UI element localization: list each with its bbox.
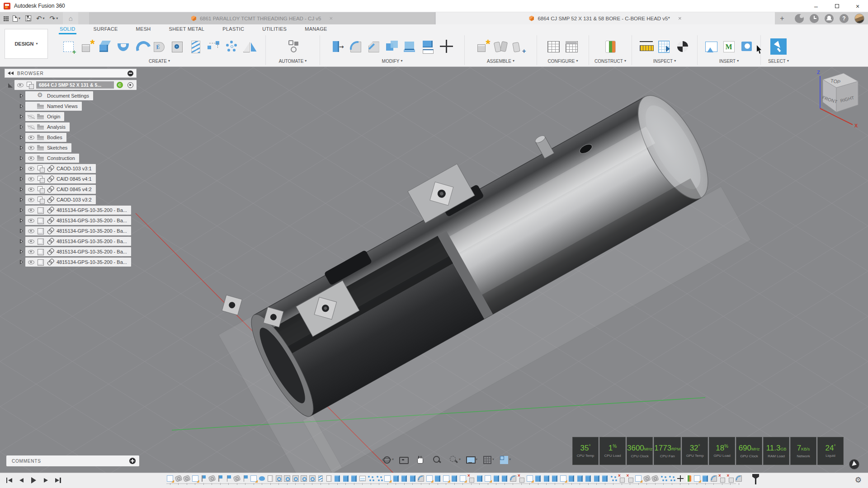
expand-arrow-icon[interactable]: [19, 145, 25, 150]
timeline-feature[interactable]: [576, 475, 584, 485]
timeline-feature[interactable]: [283, 475, 291, 485]
ribbon-tab[interactable]: SURFACE: [94, 26, 118, 33]
timeline-feature[interactable]: [467, 475, 475, 485]
timeline-feature[interactable]: [710, 475, 717, 485]
ribbon-tool-button[interactable]: [187, 36, 205, 57]
minimize-panel-icon[interactable]: [127, 70, 133, 76]
timeline-feature[interactable]: [417, 475, 425, 485]
timeline-feature[interactable]: [727, 475, 734, 485]
timeline-feature[interactable]: [484, 475, 491, 485]
timeline-feature[interactable]: [175, 475, 182, 485]
timeline-feature[interactable]: [300, 475, 307, 485]
timeline-feature[interactable]: [317, 475, 324, 485]
visibility-eye-icon[interactable]: [28, 188, 34, 192]
timeline-feature[interactable]: [376, 475, 383, 485]
chevron-down-icon[interactable]: ▾: [513, 59, 514, 63]
timeline-feature[interactable]: [192, 475, 199, 485]
timeline-feature[interactable]: [359, 475, 366, 485]
timeline-feature[interactable]: [350, 475, 358, 485]
visibility-eye-icon[interactable]: [28, 177, 34, 181]
tree-item-label[interactable]: 4815134-GPS-10-35-200 - Ba...: [57, 228, 127, 234]
maximize-button[interactable]: [826, 0, 847, 12]
timeline-feature[interactable]: [526, 475, 533, 485]
visibility-eye-icon[interactable]: [28, 136, 34, 140]
ribbon-tool-button[interactable]: [637, 36, 656, 57]
collapse-panel-icon[interactable]: [8, 71, 14, 75]
expand-arrow-icon[interactable]: [19, 207, 25, 213]
ribbon-tool-button[interactable]: [347, 36, 365, 57]
expand-arrow-icon[interactable]: [19, 114, 25, 119]
timeline-feature[interactable]: [518, 475, 525, 485]
close-tab-icon[interactable]: ×: [330, 15, 333, 22]
timeline-feature[interactable]: [342, 475, 349, 485]
ribbon-tool-button[interactable]: [674, 36, 692, 57]
timeline-feature[interactable]: [593, 475, 600, 485]
timeline-feature[interactable]: [309, 475, 316, 485]
ribbon-tool-button[interactable]: [769, 36, 788, 57]
timeline-feature[interactable]: [643, 475, 651, 485]
timeline-feature[interactable]: [292, 475, 299, 485]
ribbon-tool-button[interactable]: [96, 36, 114, 57]
tree-item-label[interactable]: Construction: [47, 155, 75, 161]
go-to-end-button[interactable]: [53, 476, 62, 485]
tree-row[interactable]: Analysis: [5, 122, 137, 131]
ribbon-tool-button[interactable]: [545, 36, 563, 57]
timeline-feature[interactable]: [434, 475, 441, 485]
timeline-feature[interactable]: [493, 475, 500, 485]
close-tab-icon[interactable]: ×: [678, 15, 682, 22]
timeline-feature[interactable]: [334, 475, 341, 485]
timeline-feature[interactable]: [459, 475, 467, 485]
ribbon-tool-button[interactable]: [205, 36, 223, 57]
tree-item-label[interactable]: 6864 CJ SMP 52 X 131 & 5...: [36, 81, 114, 89]
timeline-feature[interactable]: [443, 475, 450, 485]
expand-arrow-icon[interactable]: [19, 249, 25, 254]
ribbon-tab[interactable]: PLASTIC: [222, 26, 244, 33]
timeline-feature[interactable]: [476, 475, 483, 485]
tree-row[interactable]: 6864 CJ SMP 52 X 131 & 5... C: [5, 80, 137, 90]
tree-item-label[interactable]: CAID 0845 v4:2: [57, 187, 92, 192]
comments-panel[interactable]: COMMENTS: [6, 455, 139, 466]
visibility-eye-icon[interactable]: [17, 83, 24, 87]
save-button[interactable]: [25, 15, 31, 21]
ribbon-tool-button[interactable]: [329, 36, 347, 57]
tree-row[interactable]: Construction: [5, 154, 137, 163]
timeline-feature[interactable]: [651, 475, 659, 485]
timeline-feature[interactable]: [217, 475, 224, 485]
add-comment-icon[interactable]: [129, 458, 136, 464]
chevron-down-icon[interactable]: ▾: [509, 458, 511, 461]
nav-tool-button[interactable]: ▾: [415, 455, 427, 464]
visibility-eye-icon[interactable]: [28, 250, 34, 254]
timeline-feature[interactable]: [668, 475, 675, 485]
timeline-feature[interactable]: [601, 475, 609, 485]
ribbon-tool-button[interactable]: [132, 36, 151, 57]
tree-row[interactable]: Sketches: [5, 143, 137, 152]
tree-item-label[interactable]: Sketches: [47, 145, 67, 150]
new-tab-button[interactable]: +: [776, 12, 788, 24]
help-icon[interactable]: ?: [840, 14, 849, 23]
expand-arrow-icon[interactable]: [19, 124, 25, 130]
expand-arrow-icon[interactable]: [19, 93, 25, 99]
ribbon-tool-button[interactable]: [563, 36, 581, 57]
play-button[interactable]: [29, 476, 38, 485]
ribbon-tool-button[interactable]: [702, 36, 720, 57]
document-tab-inactive[interactable]: 6861 PARALLOY TCMT THREADING HEAD - CJ v…: [89, 12, 435, 24]
ribbon-tab[interactable]: MANAGE: [305, 26, 327, 33]
chevron-down-icon[interactable]: ▾: [492, 458, 494, 461]
timeline-feature[interactable]: [183, 475, 190, 485]
ribbon-tool-button[interactable]: [383, 36, 401, 57]
timeline-feature[interactable]: [409, 475, 416, 485]
expand-arrow-icon[interactable]: [19, 135, 25, 140]
visibility-eye-icon[interactable]: [28, 146, 34, 150]
timeline-feature[interactable]: [250, 475, 257, 485]
timeline-feature[interactable]: [568, 475, 575, 485]
expand-arrow-icon[interactable]: [19, 197, 25, 202]
timeline-feature[interactable]: [233, 475, 241, 485]
ribbon-tab[interactable]: MESH: [136, 26, 151, 33]
timeline-feature[interactable]: [551, 475, 558, 485]
tree-row[interactable]: CAOD-103 v3:1: [5, 164, 137, 173]
home-view-button[interactable]: ⌂: [63, 12, 78, 24]
nav-tool-button[interactable]: ▾: [432, 455, 444, 464]
minimize-button[interactable]: –: [806, 0, 826, 12]
tree-row[interactable]: 4815134-GPS-10-35-200 - Ba...: [5, 237, 137, 246]
ribbon-tool-button[interactable]: [114, 36, 132, 57]
